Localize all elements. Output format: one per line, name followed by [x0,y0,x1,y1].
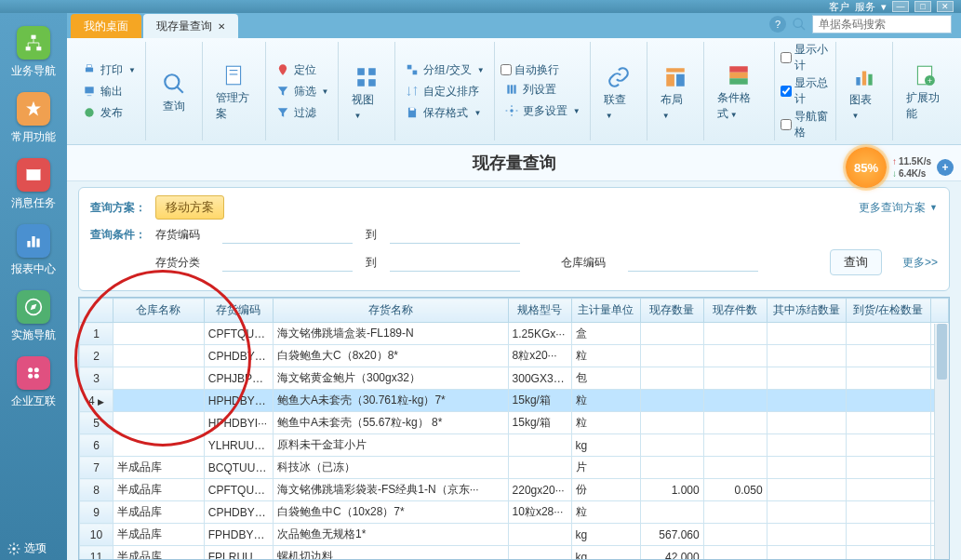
vertical-scrollbar[interactable] [934,324,949,559]
mobile-scheme-button[interactable]: 移动方案 [155,195,224,220]
row-header-col [80,299,113,323]
col-header[interactable]: 存货名称 [274,299,509,323]
link-query-button[interactable]: 联查▼ [596,60,641,123]
table-row[interactable]: 9半成品库CPHDBYO···白袋鲍鱼中C（10x28）7*10粒x28···粒 [80,501,949,524]
svg-point-18 [165,74,179,88]
wh-code-input[interactable] [628,253,758,272]
layout-button[interactable]: 布局▼ [653,60,698,123]
nav-pane-checkbox[interactable]: 导航窗格 [781,109,831,140]
mail-icon [17,158,50,192]
more-criteria-link[interactable]: 更多>> [902,255,938,271]
col-header[interactable]: 规格型号 [508,299,571,323]
sitemap-icon [17,26,50,60]
more-settings-button[interactable]: 更多设置▼ [501,101,584,121]
table-row[interactable]: 11半成品库FPLRUU003螺机切边料kg42.000 [80,546,949,560]
svg-point-33 [510,110,514,113]
minimize-button[interactable]: — [892,1,909,12]
cell-name: 海文铭佛跳墙盒装-FL189-N [274,323,509,345]
inv-code-from-input[interactable] [222,225,353,244]
sidebar-item-chart[interactable]: 报表中心 [0,217,67,283]
extend-button[interactable]: +扩展功能 [899,59,950,124]
col-header[interactable]: 现存数量 [640,299,703,323]
filter-button[interactable]: 筛选▼ [272,82,333,101]
svg-rect-8 [36,239,39,247]
tab-现存量查询[interactable]: 现存量查询✕ [143,14,238,38]
print-button[interactable]: 打印▼ [78,60,140,80]
maximize-button[interactable]: □ [914,1,931,12]
sidebar-item-star[interactable]: 常用功能 [0,85,67,151]
more-schemes-link[interactable]: 更多查询方案 ▼ [859,200,938,216]
view-button[interactable]: 视图▼ [344,60,389,123]
cell-pcs [703,412,767,434]
svg-line-1 [801,26,805,30]
locate-button[interactable]: 定位 [272,60,333,80]
table-row[interactable]: 7半成品库BCQTUU014科技冰（已冻）片 [80,457,949,479]
sidebar-item-mail[interactable]: 消息任务 [0,151,67,217]
tab-我的桌面[interactable]: 我的桌面 [71,14,141,38]
cell-unit: 份 [571,479,640,501]
row-number: 10 [80,524,113,546]
col-header[interactable]: 仓库名称 [113,299,205,323]
sidebar-item-sitemap[interactable]: 业务导航 [0,19,67,85]
titlebar-contact[interactable]: 客户 [829,0,849,14]
search-button[interactable]: 查询 [830,249,882,275]
autowrap-checkbox[interactable]: 自动换行 [501,62,584,78]
table-row[interactable]: 1CPFTQUO···海文铭佛跳墙盒装-FL189-N1.25KGx···盒 [80,323,949,345]
chart-button[interactable]: 图表▼ [842,60,887,123]
cell-arrival [846,546,930,560]
cell-frozen [767,345,846,367]
col-header[interactable]: 其中冻结数量 [767,299,846,323]
help-icon[interactable]: ? [769,16,786,33]
table-row[interactable]: 4 ▶HPHDBYO···鲍鱼大A未套壳（30.761粒-kg）7*15kg/箱… [80,390,949,412]
cond-format-button[interactable]: 条件格式▼ [710,59,768,124]
cond-label: 查询条件： [90,227,148,243]
table-row[interactable]: 6YLHRUU001原料未干金茸小片kg [80,434,949,457]
sort-button[interactable]: 自定义排序 [401,82,487,101]
manage-scheme-button[interactable]: 管理方案 [208,59,260,124]
inv-cat-from-input[interactable] [222,253,353,272]
chart-icon [17,224,50,258]
barcode-search-input[interactable] [812,15,952,33]
speed-expand-button[interactable]: + [937,159,954,176]
svg-point-0 [794,19,802,27]
col-header[interactable]: 存货编码 [204,299,273,323]
cell-frozen [767,501,846,524]
cell-spec [508,524,571,546]
inv-code-label: 存货编码 [155,227,209,243]
svg-rect-7 [32,236,34,247]
inv-cat-label: 存货分类 [155,255,209,271]
cell-code: CPHDBYO··· [204,345,273,367]
options-button[interactable]: 选项 [7,540,47,556]
table-row[interactable]: 10半成品库FPHDBY1···次品鲍鱼无规格1*kg567.060 [80,524,949,546]
cell-spec: 15kg/箱 [508,412,571,434]
titlebar-service[interactable]: 服务 [855,0,875,14]
cell-arrival [846,434,930,457]
show-total-checkbox[interactable]: 显示总计 [781,75,831,107]
filter2-button[interactable]: 过滤 [272,103,333,123]
output-button[interactable]: 输出 [78,82,140,101]
table-row[interactable]: 3CPHJBPO···海文铭黄金鲍片（300gx32）300GX32···包 [80,367,949,390]
table-row[interactable]: 2CPHDBYO···白袋鲍鱼大C（8x20）8*8粒x20···粒 [80,345,949,367]
table-row[interactable]: 8半成品库CPFTQUO···海文铭佛跳墙彩袋装-FS经典1-N（京东···22… [80,479,949,501]
col-header[interactable]: 主计量单位 [571,299,640,323]
cell-warehouse: 半成品库 [113,524,205,546]
sidebar-item-link[interactable]: 企业互联 [0,349,67,415]
inv-cat-to-input[interactable] [390,253,520,272]
publish-button[interactable]: 发布 [78,103,140,123]
close-button[interactable]: ✕ [937,1,954,12]
svg-rect-25 [358,79,366,87]
group-button[interactable]: 分组/交叉▼ [401,60,487,80]
cell-unit: 粒 [571,390,640,412]
query-button[interactable]: 查询 [152,67,196,116]
col-header[interactable]: 到货/在检数量 [846,299,930,323]
download-speed: 6.4K/s [892,167,931,180]
column-settings-button[interactable]: 列设置 [501,80,584,100]
col-header[interactable]: 现存件数 [703,299,767,323]
sidebar-item-compass[interactable]: 实施导航 [0,283,67,349]
table-row[interactable]: 5HPHDBYI···鲍鱼中A未套壳（55.67粒-kg） 8*15kg/箱粒 [80,412,949,434]
save-format-button[interactable]: 保存格式▼ [401,103,487,123]
show-subtotal-checkbox[interactable]: 显示小计 [781,42,831,73]
speed-percent[interactable]: 85% [846,147,887,188]
inv-code-to-input[interactable] [390,225,520,244]
close-icon[interactable]: ✕ [218,21,225,32]
